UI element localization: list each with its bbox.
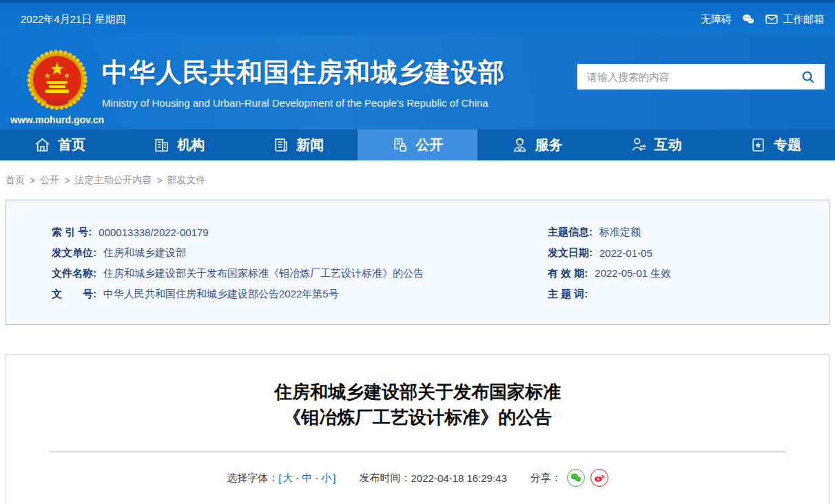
share-icons: [567, 469, 608, 487]
document-info-box: 索 引 号: 000013338/2022-00179 发文单位: 住房和城乡建…: [6, 200, 829, 325]
breadcrumb-separator: >: [64, 175, 70, 186]
breadcrumb-disclosure[interactable]: 公开: [40, 174, 59, 187]
bracket-close: ]: [333, 472, 336, 484]
info-row-effective-date: 有 效 期: 2022-05-01 生效: [548, 263, 829, 284]
nav-item-news[interactable]: 新闻: [238, 129, 358, 160]
info-row-document-name: 文件名称: 住房和城乡建设部关于发布国家标准《钼冶炼厂工艺设计标准》的公告: [52, 263, 548, 284]
font-size-picker: 选择字体： [ 大 - 中 - 小 ]: [227, 472, 336, 485]
article-card: 住房和城乡建设部关于发布国家标准 《钼冶炼厂工艺设计标准》的公告 选择字体： […: [6, 354, 829, 504]
breadcrumb: 首页 > 公开 > 法定主动公开内容 > 部发文件: [0, 160, 835, 200]
article-title-line2: 《钼冶炼厂工艺设计标准》的公告: [6, 405, 829, 430]
nav-item-home[interactable]: 首页: [0, 129, 119, 160]
info-row-keywords: 主 题 词:: [548, 284, 829, 304]
mail-icon: [765, 12, 779, 26]
info-row-topic-info: 主题信息: 标准定额: [548, 222, 829, 242]
nav-item-service[interactable]: 服务: [477, 129, 597, 160]
home-icon: [34, 136, 51, 154]
info-row-issue-date: 发文日期: 2022-01-05: [548, 242, 829, 263]
interaction-icon: [630, 136, 648, 154]
info-column-left: 索 引 号: 000013338/2022-00179 发文单位: 住房和城乡建…: [52, 222, 548, 324]
top-bar-links: 无障碍 工作邮箱: [701, 12, 824, 26]
article-meta-row: 选择字体： [ 大 - 中 - 小 ] 发布时间： 2022-04-18 16:…: [6, 469, 829, 487]
nav-item-interaction[interactable]: 互动: [597, 129, 716, 160]
publish-time: 2022-04-18 16:29:43: [411, 472, 507, 484]
accessibility-link[interactable]: 无障碍: [701, 13, 732, 26]
weibo-share-icon[interactable]: [590, 469, 608, 487]
disclosure-icon: [391, 136, 409, 154]
service-icon: [511, 136, 528, 154]
breadcrumb-separator: >: [30, 175, 35, 186]
breadcrumb-statutory-content[interactable]: 法定主动公开内容: [74, 174, 152, 187]
wechat-share-icon[interactable]: [567, 469, 585, 487]
emblem-icon: [25, 50, 89, 113]
info-row-index-number: 索 引 号: 000013338/2022-00179: [52, 222, 548, 242]
top-bar: 2022年4月21日 星期四 无障碍 工作邮箱: [0, 0, 835, 36]
font-size-medium[interactable]: 中: [302, 472, 312, 485]
site-name-english: Ministry of Housing and Urban-Rural Deve…: [102, 97, 505, 109]
info-row-document-number: 文 号: 中华人民共和国住房和城乡建设部公告2022年第5号: [52, 284, 548, 304]
site-url: www.mohurd.gov.cn: [10, 114, 104, 125]
topics-icon: [750, 136, 767, 154]
current-date: 2022年4月21日 星期四: [21, 13, 126, 26]
article-title-line1: 住房和城乡建设部关于发布国家标准: [6, 379, 829, 405]
bracket-open: [: [278, 472, 281, 484]
nav-item-topics[interactable]: 专题: [716, 129, 835, 160]
share-label: 分享：: [530, 472, 561, 485]
nav-item-organization[interactable]: 机构: [119, 129, 238, 160]
site-header: www.mohurd.gov.cn 中华人民共和国住房和城乡建设部 Minist…: [0, 36, 835, 129]
info-row-issuing-unit: 发文单位: 住房和城乡建设部: [52, 242, 548, 263]
search-icon[interactable]: [800, 69, 816, 85]
news-icon: [272, 136, 289, 154]
national-emblem: www.mohurd.gov.cn: [19, 50, 95, 125]
breadcrumb-ministry-documents[interactable]: 部发文件: [167, 174, 206, 187]
title-divider: [49, 451, 786, 452]
breadcrumb-home[interactable]: 首页: [6, 174, 25, 187]
main-nav: 首页 机构 新闻 公开 服务: [0, 129, 835, 160]
font-select-label: 选择字体：: [227, 472, 278, 485]
site-name: 中华人民共和国住房和城乡建设部: [102, 55, 505, 90]
wechat-icon[interactable]: [741, 12, 755, 26]
publish-time-label: 发布时间：: [360, 472, 411, 485]
work-mailbox-link[interactable]: 工作邮箱: [765, 12, 824, 26]
search-box: [577, 64, 825, 90]
article-title: 住房和城乡建设部关于发布国家标准 《钼冶炼厂工艺设计标准》的公告: [6, 379, 829, 430]
info-column-right: 主题信息: 标准定额 发文日期: 2022-01-05 有 效 期: 2022-…: [548, 222, 829, 324]
nav-item-disclosure[interactable]: 公开: [358, 129, 477, 160]
organization-icon: [153, 136, 170, 154]
search-input[interactable]: [587, 71, 800, 83]
font-size-large[interactable]: 大: [282, 472, 293, 485]
breadcrumb-separator: >: [156, 175, 162, 186]
font-size-small[interactable]: 小: [321, 472, 331, 485]
site-titles: 中华人民共和国住房和城乡建设部 Ministry of Housing and …: [102, 55, 505, 109]
